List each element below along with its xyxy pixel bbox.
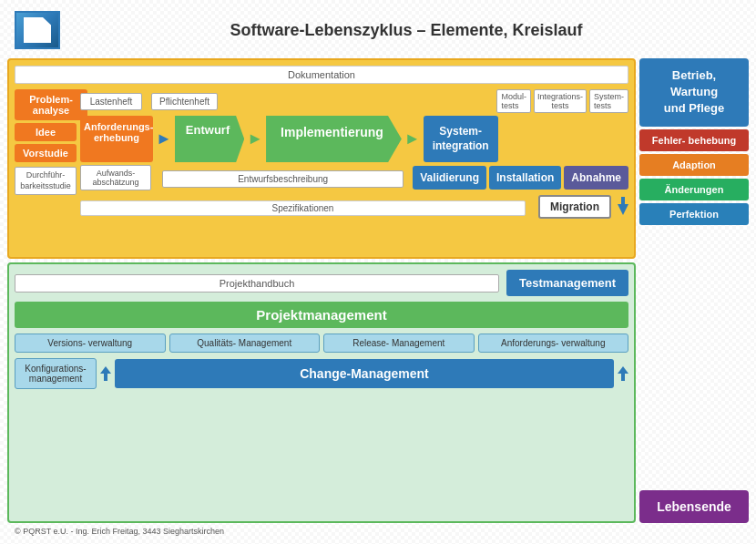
bottom-row: Konfigurations- management Change-Manage… bbox=[15, 358, 628, 389]
page: Software-Lebenszyklus – Elemente, Kreisl… bbox=[0, 0, 756, 544]
migration-box: Migration bbox=[538, 195, 611, 219]
versionsverwaltung-box: Versions- verwaltung bbox=[15, 334, 166, 353]
systemtests-box: System-tests bbox=[589, 89, 628, 113]
problemanalyse-box: Problem-analyse bbox=[15, 89, 87, 120]
idee-box: Idee bbox=[15, 123, 77, 141]
logo bbox=[15, 11, 60, 49]
header: Software-Lebenszyklus – Elemente, Kreisl… bbox=[7, 7, 749, 53]
dokumentation-bar: Dokumentation bbox=[15, 66, 628, 84]
right-column: Betrieb, Wartung und Pflege Fehler- behe… bbox=[639, 58, 749, 523]
modultests-box: Modul-tests bbox=[496, 89, 531, 113]
validierung-box: Validierung bbox=[413, 166, 486, 190]
pflichtenheft-box: Pflichtenheft bbox=[151, 93, 218, 110]
svg-rect-3 bbox=[104, 372, 107, 381]
perfektion-box: Perfektion bbox=[639, 203, 749, 225]
betrieb-box: Betrieb, Wartung und Pflege bbox=[639, 58, 749, 127]
installation-box: Installation bbox=[489, 166, 561, 190]
systemintegration-box: System-integration bbox=[424, 116, 498, 162]
footer: © PQRST e.U. - Ing. Erich Freitag, 3443 … bbox=[7, 525, 749, 538]
projekthandbuch-bar: Projekthandbuch bbox=[15, 274, 499, 293]
center-flow: Lastenheft Pflichtenheft Modul-tests Int… bbox=[80, 89, 628, 219]
arrow-up-icon bbox=[100, 366, 111, 381]
arrow-up2-icon bbox=[618, 366, 628, 381]
fehlerbehebung-box: Fehler- behebung bbox=[639, 129, 749, 151]
row1: Lastenheft Pflichtenheft Modul-tests Int… bbox=[80, 89, 628, 113]
row3: Aufwands-abschätzung Entwurfsbeschreibun… bbox=[80, 165, 628, 190]
svg-rect-1 bbox=[621, 197, 625, 206]
qualitats-management-box: Qualitäts- Management bbox=[169, 334, 321, 353]
abnahme-box: Abnahme bbox=[564, 166, 628, 190]
projekthandbuch-row: Projekthandbuch Testmanagement bbox=[15, 270, 628, 296]
tools-row: Versions- verwaltung Qualitäts- Manageme… bbox=[15, 334, 628, 353]
integrationstests-box: Integrations-tests bbox=[534, 89, 587, 113]
release-management-box: Release- Management bbox=[323, 334, 475, 353]
change-management-box: Change-Management bbox=[115, 359, 614, 388]
implementierung-box: Implementierung bbox=[266, 116, 402, 162]
top-process-area: Problem-analyse Idee Vorstudie Durchführ… bbox=[15, 89, 628, 219]
entwurfsbeschreibung-bar: Entwurfsbeschreibung bbox=[162, 170, 404, 188]
down-arrow-icon bbox=[618, 197, 628, 215]
top-section: Dokumentation Problem-analyse Idee Vorst… bbox=[7, 58, 636, 259]
row4: Spezifikationen Migration bbox=[80, 195, 628, 219]
konfigurationsmanagement-box: Konfigurations- management bbox=[15, 358, 97, 389]
lastenheft-box: Lastenheft bbox=[80, 93, 142, 110]
anforderungsverwaltung-box: Anforderungs- verwaltung bbox=[478, 334, 629, 353]
entwurf-box: Entwurf bbox=[175, 116, 244, 162]
bottom-section: Projekthandbuch Testmanagement Projektma… bbox=[7, 262, 636, 523]
vorstudie-box: Vorstudie bbox=[15, 144, 77, 162]
page-title: Software-Lebenszyklus – Elemente, Kreisl… bbox=[71, 21, 741, 40]
left-main: Dokumentation Problem-analyse Idee Vorst… bbox=[7, 58, 636, 523]
svg-rect-5 bbox=[621, 372, 625, 381]
logo-icon bbox=[24, 17, 51, 43]
lebensende-box: Lebensende bbox=[639, 490, 749, 523]
spezifikationen-bar: Spezifikationen bbox=[80, 200, 526, 216]
testmanagement-box: Testmanagement bbox=[506, 270, 628, 296]
left-boxes: Problem-analyse Idee Vorstudie Durchführ… bbox=[15, 89, 77, 219]
aufwandsabschatzung-box: Aufwands-abschätzung bbox=[80, 165, 151, 190]
projektmanagement-row: Projektmanagement bbox=[15, 302, 628, 328]
durchfuhrbarkeit-box: Durchführ-barkeitsstudie bbox=[15, 167, 77, 195]
anderungen-box: Änderungen bbox=[639, 179, 749, 200]
row2: Anforderungs-erhebung ► Entwurf ► Implem… bbox=[80, 116, 628, 162]
adaption-box: Adaption bbox=[639, 154, 749, 176]
diagram: Dokumentation Problem-analyse Idee Vorst… bbox=[7, 58, 749, 523]
anforderungserhebung-box: Anforderungs-erhebung bbox=[80, 116, 153, 162]
